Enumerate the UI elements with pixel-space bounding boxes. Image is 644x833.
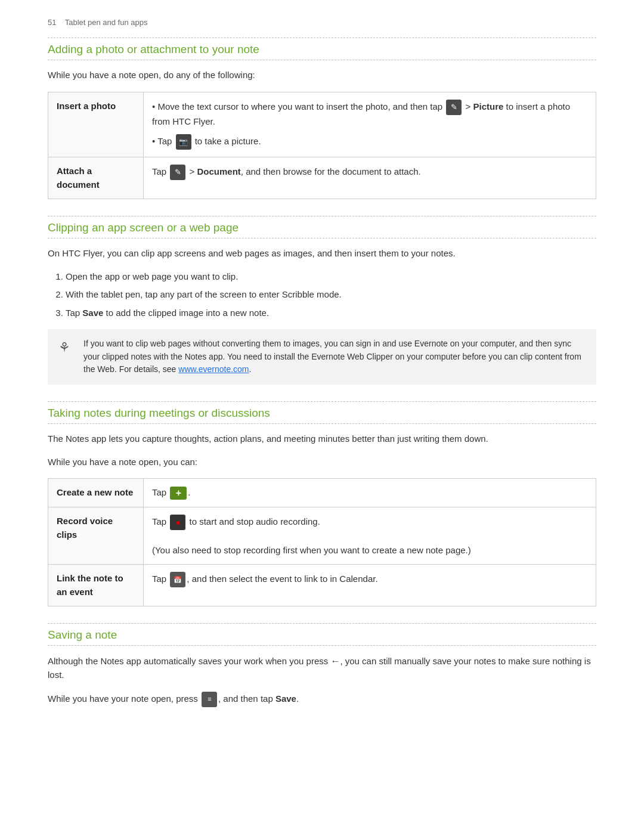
table-row: Link the note to an event Tap 📅, and the…	[48, 565, 596, 606]
section-title-clipping: Clipping an app screen or a web page	[48, 221, 596, 234]
taking-notes-table: Create a new note Tap +. Record voice cl…	[48, 478, 596, 606]
tip-text: If you want to clip web pages without co…	[83, 339, 581, 374]
calendar-icon: 📅	[170, 572, 185, 587]
clipping-steps: Open the app or web page you want to cli…	[66, 270, 596, 320]
evernote-link[interactable]: www.evernote.com	[178, 364, 249, 374]
table-cell-content: Tap ✎ > Document, and then browse for th…	[144, 157, 596, 199]
table-cell-content: Tap 📅, and then select the event to link…	[144, 565, 596, 606]
table-row: Attach adocument Tap ✎ > Document, and t…	[48, 157, 596, 199]
back-icon: ←	[330, 654, 340, 668]
record-icon: ●	[170, 515, 185, 530]
taking-notes-intro1: The Notes app lets you capture thoughts,…	[48, 432, 596, 446]
list-item: Tap Save to add the clipped image into a…	[66, 306, 596, 320]
table-cell-content: • Move the text cursor to where you want…	[144, 92, 596, 157]
table-cell-label: Create a new note	[48, 479, 144, 507]
list-item: Open the app or web page you want to cli…	[66, 270, 596, 284]
table-cell-content: Tap +.	[144, 479, 596, 507]
camera-icon: 📷	[176, 134, 191, 150]
tip-box: ⚘ If you want to clip web pages without …	[48, 329, 596, 385]
section-adding: Adding a photo or attachment to your not…	[48, 38, 596, 199]
section-saving: Saving a note Although the Notes app aut…	[48, 623, 596, 707]
section-divider-top	[48, 38, 596, 38]
section-clipping-divider-top	[48, 216, 596, 216]
table-cell-label: Insert a photo	[48, 92, 144, 157]
clipping-intro: On HTC Flyer, you can clip app screens a…	[48, 247, 596, 261]
section-clipping: Clipping an app screen or a web page On …	[48, 216, 596, 385]
table-cell-label: Link the note to an event	[48, 565, 144, 606]
saving-intro2: While you have your note open, press ≡, …	[48, 692, 596, 707]
table-cell-content: Tap ● to start and stop audio recording.…	[144, 507, 596, 565]
pencil-icon: ✎	[446, 100, 462, 115]
table-row: Create a new note Tap +.	[48, 479, 596, 507]
pencil-icon-2: ✎	[170, 165, 185, 180]
lightbulb-icon: ⚘	[58, 337, 70, 358]
menu-icon: ≡	[202, 692, 217, 707]
table-cell-label: Attach adocument	[48, 157, 144, 199]
plus-icon: +	[170, 487, 187, 500]
table-cell-label: Record voice clips	[48, 507, 144, 565]
section-divider-bottom	[48, 60, 596, 60]
section-title-taking-notes: Taking notes during meetings or discussi…	[48, 407, 596, 420]
page-number: 51 Tablet pen and fun apps	[48, 18, 596, 27]
section-taking-notes: Taking notes during meetings or discussi…	[48, 401, 596, 606]
saving-intro1: Although the Notes app automatically sav…	[48, 654, 596, 682]
section-title-adding: Adding a photo or attachment to your not…	[48, 43, 596, 56]
section-taking-divider-bottom	[48, 423, 596, 424]
table-row: Insert a photo • Move the text cursor to…	[48, 92, 596, 157]
adding-intro: While you have a note open, do any of th…	[48, 69, 596, 82]
adding-table: Insert a photo • Move the text cursor to…	[48, 92, 596, 200]
section-taking-divider-top	[48, 401, 596, 402]
section-clipping-divider-bottom	[48, 238, 596, 239]
section-title-saving: Saving a note	[48, 628, 596, 642]
list-item: With the tablet pen, tap any part of the…	[66, 288, 596, 302]
table-row: Record voice clips Tap ● to start and st…	[48, 507, 596, 565]
section-saving-divider-bottom	[48, 645, 596, 646]
section-saving-divider-top	[48, 623, 596, 624]
taking-notes-intro2: While you have a note open, you can:	[48, 456, 596, 469]
